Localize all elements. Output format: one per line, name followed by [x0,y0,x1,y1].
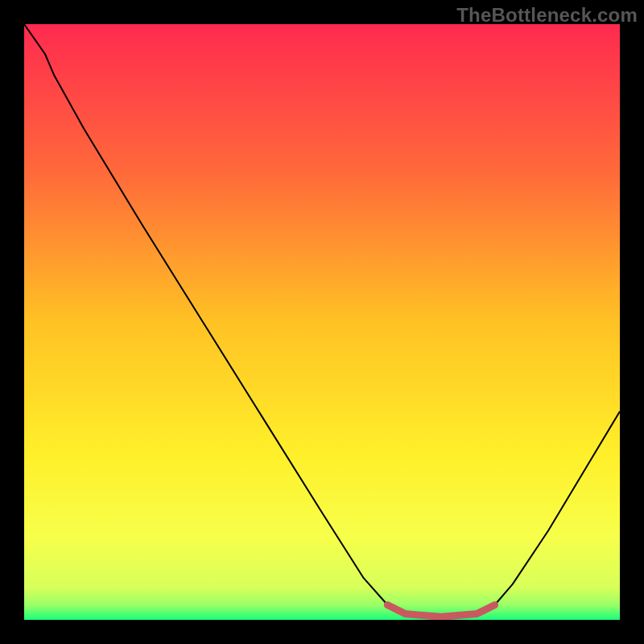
gradient-background [24,24,620,620]
watermark-text: TheBottleneck.com [456,4,638,27]
chart-frame: TheBottleneck.com [0,0,644,644]
chart-plot [24,24,620,620]
